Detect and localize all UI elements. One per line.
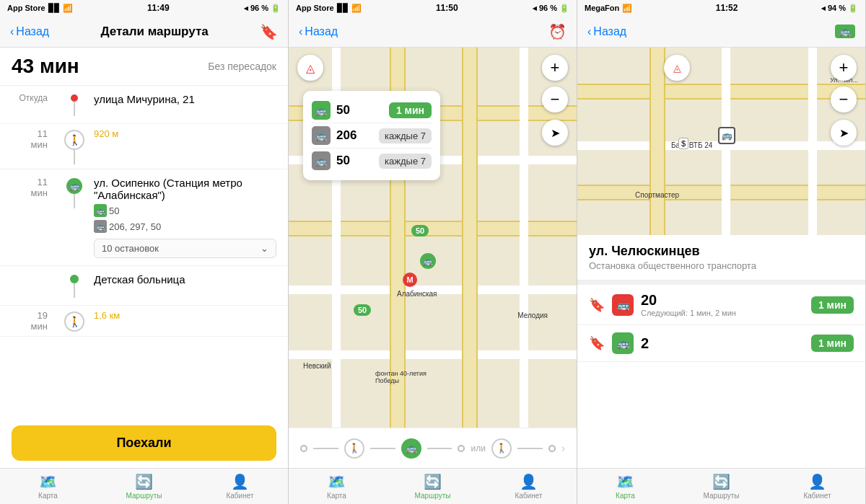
bus-stop-icon-p3: 🚌	[718, 127, 735, 144]
origin-label: Откуда	[19, 93, 48, 103]
busstop-dot: 🚌	[66, 178, 82, 194]
arrival-row-2: 🔖 🚌 2 1 мин	[577, 325, 865, 362]
map-label-vtb: Банк ВТБ 24	[671, 141, 712, 149]
tab-cabinet-p2[interactable]: 👤 Кабинет	[481, 469, 577, 504]
back-label-p1: Назад	[16, 25, 49, 38]
overlay-row-2[interactable]: 🚌 206 каждые 7	[312, 123, 432, 149]
metro-marker: М	[403, 273, 417, 287]
map-label-alabinskaya: Алабинская	[397, 290, 437, 298]
route-steps: Откуда улица Мичурина, 21 11 мин 🚶 920 м	[0, 86, 288, 418]
tab-routes-label-p3: Маршруты	[704, 492, 740, 500]
arrival-num-2: 2	[641, 335, 804, 352]
tab-routes-p3[interactable]: 🔄 Маршруты	[673, 469, 769, 504]
signal-icon-p3: 📶	[622, 4, 632, 13]
stops-label: 10 остановок	[102, 243, 159, 254]
zoom-out-button-p3[interactable]: −	[831, 87, 857, 112]
bookmark-icon-p1[interactable]: 🔖	[260, 23, 278, 40]
zoom-in-button-p2[interactable]: +	[542, 55, 568, 81]
location-icon-p3: ◂	[821, 4, 826, 13]
origin-dot	[71, 94, 78, 102]
wifi-icon-p2: 📶	[351, 4, 362, 13]
time-p3: 11:52	[716, 3, 738, 13]
zoom-in-button-p3[interactable]: +	[831, 55, 857, 81]
route-end-dot	[458, 445, 465, 452]
map-label-nevsky: Невский	[303, 362, 331, 370]
overlay-bus-gray-2: 🚌	[312, 126, 331, 145]
tab-cabinet-label-p1: Кабинет	[226, 492, 253, 500]
busstop-time: 11 мин	[19, 177, 48, 198]
walk2-time: 19 мин	[19, 310, 48, 332]
bus-stop-marker: 🚌	[420, 253, 436, 269]
overlay-num-3: 50	[336, 154, 373, 168]
location-icon-p2: ◂	[533, 4, 537, 13]
zoom-out-button-p2[interactable]: −	[542, 87, 568, 112]
tab-map-p2[interactable]: 🗺️ Карта	[289, 469, 385, 504]
route-line-2	[370, 448, 395, 449]
tab-cabinet-p3[interactable]: 👤 Кабинет	[769, 469, 865, 504]
panel-map: App Store ▊▊ 📶 11:50 ◂ 96 % 🔋 ‹ Назад ⏰	[289, 0, 577, 504]
tab-map-p3[interactable]: 🗺️ Карта	[577, 469, 673, 504]
walk1-icon: 🚶	[64, 130, 84, 150]
step-walk-2: 19 мин 🚶 1,6 км	[0, 306, 288, 337]
bookmark-1[interactable]: 🔖	[589, 297, 605, 313]
go-button[interactable]: Поехали	[12, 425, 276, 461]
locate-button-p3[interactable]: ➤	[831, 120, 857, 146]
route-summary: 43 мин Без пересадок	[0, 48, 288, 86]
overlay-row-3[interactable]: 🚌 50 каждые 7	[312, 149, 432, 173]
compass-button-p3[interactable]: ◬	[664, 55, 690, 81]
location-icon-p1: ◂	[244, 4, 248, 13]
road-v3	[520, 48, 528, 428]
tab-routes-p2[interactable]: 🔄 Маршруты	[385, 469, 481, 504]
route-bottom-bar: 🚶 🚌 или 🚶 ›	[289, 428, 577, 468]
tab-cabinet-p1[interactable]: 👤 Кабинет	[192, 469, 288, 504]
step-destination: Детская больница	[0, 266, 288, 306]
next-label-1: Следующий:	[641, 309, 688, 317]
map-view-p2[interactable]: Алабинская Мелодия Невский фонтан 40-лет…	[289, 48, 577, 428]
busstop-title: ул. Осипенко (Станция метро "Алабинская"…	[94, 177, 276, 201]
back-label-p2: Назад	[305, 25, 338, 38]
wifi-icon-p1: 📶	[63, 4, 73, 13]
origin-title: улица Мичурина, 21	[94, 93, 276, 105]
route-time: 43 мин	[12, 55, 79, 78]
alarm-icon-p2[interactable]: ⏰	[548, 23, 567, 40]
destination-title: Детская больница	[94, 273, 276, 286]
nav-bar-p3: ‹ Назад 🚌	[577, 16, 865, 48]
tab-routes-label-p2: Маршруты	[415, 492, 451, 500]
status-bar-p2: App Store ▊▊ 📶 11:50 ◂ 96 % 🔋	[289, 0, 577, 16]
back-button-p3[interactable]: ‹ Назад	[587, 25, 626, 38]
arrival-bus-badge-1: 🚌	[612, 294, 634, 316]
tab-bar-p1: 🗺️ Карта 🔄 Маршруты 👤 Кабинет	[0, 468, 288, 504]
stops-dropdown[interactable]: 10 остановок ⌄	[94, 239, 276, 258]
bus-stop-nav-icon: 🚌	[835, 25, 855, 38]
app-store-label-p1: App Store	[7, 4, 45, 12]
arrival-next-label-1: Следующий: 1 мин, 2 мин	[641, 309, 804, 317]
bookmark-2[interactable]: 🔖	[589, 335, 605, 351]
arrival-row-1: 🔖 🚌 20 Следующий: 1 мин, 2 мин 1 мин	[577, 285, 865, 325]
map-view-p3[interactable]: Банк ВТБ 24 Спортмастер Ул. Чел... 🚌 $ +…	[577, 48, 865, 235]
tab-map-p1[interactable]: 🗺️ Карта	[0, 469, 96, 504]
carrier-label-p3: MegaFon	[585, 4, 619, 12]
map-label-fontan: фонтан 40-летияПобеды	[375, 370, 427, 384]
compass-button-p2[interactable]: ◬	[297, 55, 323, 81]
tab-bar-p2: 🗺️ Карта 🔄 Маршруты 👤 Кабинет	[289, 468, 577, 504]
battery-label-p2: 96 %	[539, 4, 557, 12]
route-chevron-icon[interactable]: ›	[561, 442, 565, 455]
back-button-p1[interactable]: ‹ Назад	[10, 25, 49, 38]
stop-type: Остановка общественного транспорта	[589, 260, 854, 271]
back-button-p2[interactable]: ‹ Назад	[299, 25, 338, 38]
battery-label-p1: 96 %	[250, 4, 268, 12]
locate-button-p2[interactable]: ➤	[542, 120, 568, 146]
bus-num-50-map2: 50	[354, 304, 371, 316]
app-store-label-p2: App Store	[296, 4, 334, 12]
overlay-num-1: 50	[336, 103, 383, 118]
route-overlay-card: 🚌 50 1 мин 🚌 206 каждые 7 🚌 50 каждые 7	[303, 91, 440, 180]
walk2-icon: 🚶	[64, 311, 84, 332]
overlay-row-1[interactable]: 🚌 50 1 мин	[312, 98, 432, 123]
tab-routes-p1[interactable]: 🔄 Маршруты	[96, 469, 192, 504]
tab-routes-label-p1: Маршруты	[126, 492, 162, 500]
bus-num-50: 50	[109, 205, 119, 216]
battery-icon-p1: 🔋	[271, 4, 281, 13]
signal-icon-p1: ▊▊	[48, 4, 60, 13]
panel-stop-detail: MegaFon 📶 11:52 ◂ 94 % 🔋 ‹ Назад 🚌 Банк …	[577, 0, 866, 504]
map-tab-icon-p3: 🗺️	[616, 473, 634, 490]
